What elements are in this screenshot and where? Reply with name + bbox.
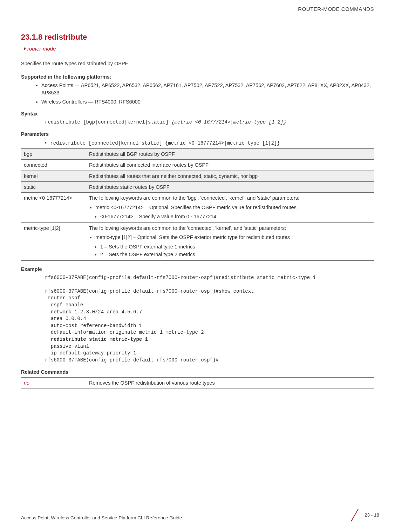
param-intro: The following keywords are common to the… (89, 195, 299, 201)
syntax-heading: Syntax (21, 110, 374, 117)
related-key: no (21, 377, 86, 388)
slash-icon (347, 509, 362, 521)
param-desc: The following keywords are common to the… (86, 223, 374, 261)
param-bullet-line: • redistribute [connected|kernel|static]… (45, 140, 374, 147)
top-rule (21, 3, 374, 3)
page-number: 23 - 18 (365, 512, 379, 519)
param-key: kernel (21, 171, 86, 181)
param-key: metric-type [1|2] (21, 223, 86, 261)
list-item: 2 – Sets the OSPF external type 2 metric… (100, 251, 371, 258)
syntax-code: redistribute [bgp|connected|kernel|stati… (45, 119, 374, 126)
intro-text: Specifies the route types redistributed … (21, 60, 374, 67)
param-italic: {metric <0-16777214>|metric-type [1|2]} (165, 140, 280, 146)
footer: Access Point, Wireless Controller and Se… (21, 509, 379, 521)
param-desc: Redistributes all connected interface ro… (86, 160, 374, 171)
table-row: kernel Redistributes all routes that are… (21, 171, 374, 181)
list-item: <0-16777214> – Specify a value from 0 - … (100, 213, 371, 220)
example-heading: Example (21, 266, 374, 273)
list-item: metric-type [1|2] – Optional. Sets the O… (95, 234, 371, 258)
param-desc: The following keywords are common to the… (86, 193, 374, 223)
table-row: connected Redistributes all connected in… (21, 160, 374, 171)
example-code: rfs6000-37FABE(config-profile default-rf… (45, 274, 374, 364)
list-item: Wireless Controllers — RFS4000, RFS6000 (41, 98, 374, 105)
breadcrumb: router-mode (24, 45, 374, 52)
related-desc: Removes the OSPF redistribution of vario… (86, 377, 374, 388)
param-plain: redistribute [connected|kernel|static] (50, 140, 165, 146)
page-number-block: 23 - 18 (347, 509, 379, 521)
table-row: bgp Redistributes all BGP routes by OSPF (21, 149, 374, 160)
page: ROUTER-MODE COMMANDS 23.1.8 redistribute… (0, 0, 395, 532)
param-desc: Redistributes all BGP routes by OSPF (86, 149, 374, 160)
param-desc: Redistributes all routes that are neithe… (86, 171, 374, 181)
table-row: metric-type [1|2] The following keywords… (21, 223, 374, 261)
param-key: bgp (21, 149, 86, 160)
parameters-heading: Parameters (21, 131, 374, 138)
running-head: ROUTER-MODE COMMANDS (21, 5, 374, 13)
footer-doc-title: Access Point, Wireless Controller and Se… (21, 515, 182, 521)
param-key: connected (21, 160, 86, 171)
breadcrumb-text: router-mode (27, 46, 56, 52)
list-item: Access Points — AP6521, AP6522, AP6532, … (41, 82, 374, 96)
param-key: static (21, 181, 86, 192)
related-table: no Removes the OSPF redistribution of va… (21, 377, 374, 388)
param-key: metric <0-16777214> (21, 193, 86, 223)
platforms-list: Access Points — AP6521, AP6522, AP6532, … (21, 82, 374, 105)
list-item: 1 – Sets the OSPF external type 1 metric… (100, 243, 371, 250)
related-heading: Related Commands (21, 368, 374, 375)
platforms-heading: Supported in the following platforms: (21, 73, 374, 80)
table-row: no Removes the OSPF redistribution of va… (21, 377, 374, 388)
syntax-plain: redistribute [bgp|connected|kernel|stati… (45, 119, 171, 125)
param-intro: The following keywords are common to the… (89, 225, 286, 231)
table-row: static Redistributes static routes by OS… (21, 181, 374, 192)
parameters-table: bgp Redistributes all BGP routes by OSPF… (21, 148, 374, 261)
arrow-icon (24, 47, 26, 51)
param-desc: Redistributes static routes by OSPF (86, 181, 374, 192)
table-row: metric <0-16777214> The following keywor… (21, 193, 374, 223)
section-title: 23.1.8 redistribute (21, 32, 374, 43)
syntax-italic: {metric <0-16777214>|metric-type [1|2]} (171, 119, 286, 125)
list-item: metric <0-16777214> – Optional. Specifie… (95, 204, 371, 220)
